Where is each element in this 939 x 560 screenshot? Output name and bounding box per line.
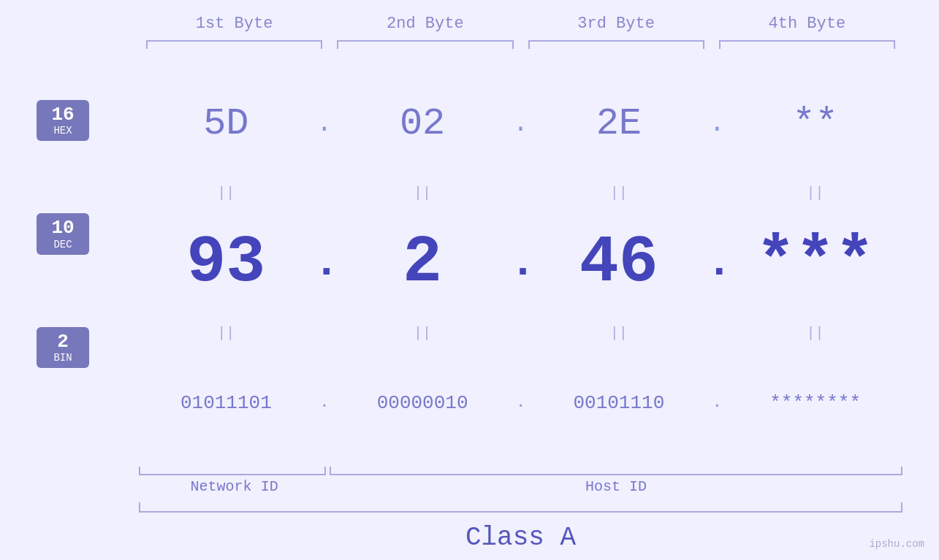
bin-sep-1: .	[313, 394, 335, 412]
dec-sep-3: .	[706, 241, 728, 285]
hex-cell-3: 2E	[532, 102, 707, 145]
hex-base-num: 16	[44, 104, 82, 126]
content-area: 16 HEX 10 DEC 2 BIN 5D . 02	[37, 64, 902, 463]
eq2-c2: ||	[335, 325, 510, 342]
dec-val-1: 93	[186, 226, 265, 300]
bin-cell-4: ********	[728, 392, 902, 414]
bin-val-2: 00000010	[377, 392, 468, 414]
bin-val-4: ********	[769, 392, 861, 414]
hex-row: 5D . 02 . 2E . **	[139, 64, 902, 183]
bracket-byte4	[719, 40, 895, 49]
top-brackets	[37, 40, 902, 49]
hex-sep-3: .	[706, 109, 728, 139]
dec-badge: 10 DEC	[37, 213, 89, 255]
bin-sep-3: .	[706, 394, 728, 412]
byte-headers: 1st Byte 2nd Byte 3rd Byte 4th Byte	[37, 15, 902, 33]
bin-cell-2: 00000010	[335, 392, 510, 414]
byte4-header: 4th Byte	[712, 15, 902, 33]
dec-row: 93 . 2 . 46 . ***	[139, 203, 902, 323]
bin-base-name: BIN	[44, 352, 82, 364]
host-bracket	[330, 467, 902, 475]
bin-base-num: 2	[44, 331, 82, 353]
equals-row-2: || || || ||	[139, 323, 902, 343]
dec-base-name: DEC	[44, 239, 82, 250]
byte3-header: 3rd Byte	[521, 15, 712, 33]
network-id-label: Network ID	[139, 478, 330, 495]
byte2-header: 2nd Byte	[330, 15, 520, 33]
dec-cell-2: 2	[335, 226, 510, 300]
eq1-c4: ||	[728, 185, 902, 202]
bin-badge: 2 BIN	[37, 327, 89, 369]
bottom-area: Network ID Host ID Class A	[37, 467, 902, 560]
eq1-c1: ||	[139, 185, 313, 202]
hex-sep-2: .	[510, 109, 532, 139]
hex-sep-1: .	[313, 109, 335, 139]
hex-val-3: 2E	[596, 102, 642, 145]
host-id-label: Host ID	[330, 478, 902, 495]
hex-val-2: 02	[400, 102, 445, 145]
dec-val-2: 2	[403, 226, 442, 300]
eq2-c4: ||	[728, 325, 902, 342]
bin-val-3: 00101110	[573, 392, 664, 414]
byte1-header: 1st Byte	[139, 15, 330, 33]
class-label: Class A	[139, 518, 902, 560]
dec-base-num: 10	[44, 218, 82, 239]
main-container: 1st Byte 2nd Byte 3rd Byte 4th Byte 16 H…	[0, 0, 939, 560]
bracket-byte1	[146, 40, 322, 49]
hex-base-name: HEX	[44, 125, 82, 137]
dec-cell-4: ***	[728, 226, 902, 300]
bin-sep-2: .	[510, 394, 532, 412]
hex-badge: 16 HEX	[37, 100, 89, 142]
hex-cell-2: 02	[335, 102, 510, 145]
bin-cell-3: 00101110	[532, 392, 707, 414]
bin-cell-1: 01011101	[139, 392, 313, 414]
net-bracket	[139, 467, 326, 475]
dec-val-4: ***	[756, 226, 875, 300]
bracket-byte3	[528, 40, 704, 49]
bracket-byte2	[337, 40, 513, 49]
dec-cell-1: 93	[139, 226, 313, 300]
sub-brackets	[139, 467, 902, 475]
bin-row: 01011101 . 00000010 . 00101110 . *******…	[139, 343, 902, 463]
equals-row-1: || || || ||	[139, 183, 902, 203]
dec-val-3: 46	[579, 226, 658, 300]
watermark: ipshu.com	[869, 538, 924, 550]
eq2-c1: ||	[139, 325, 313, 342]
bin-val-1: 01011101	[180, 392, 272, 414]
hex-val-4: **	[792, 102, 837, 145]
dec-sep-2: .	[510, 241, 532, 285]
eq2-c3: ||	[532, 325, 707, 342]
labels-column: 16 HEX 10 DEC 2 BIN	[37, 64, 139, 463]
dec-cell-3: 46	[532, 226, 707, 300]
hex-val-1: 5D	[203, 102, 248, 145]
grid-area: 5D . 02 . 2E . ** || ||	[139, 64, 902, 463]
hex-cell-1: 5D	[139, 102, 313, 145]
network-host-labels: Network ID Host ID	[139, 478, 902, 495]
big-bottom-bracket	[139, 502, 902, 513]
dec-sep-1: .	[313, 241, 335, 285]
hex-cell-4: **	[728, 102, 902, 145]
eq1-c3: ||	[532, 185, 707, 202]
eq1-c2: ||	[335, 185, 510, 202]
